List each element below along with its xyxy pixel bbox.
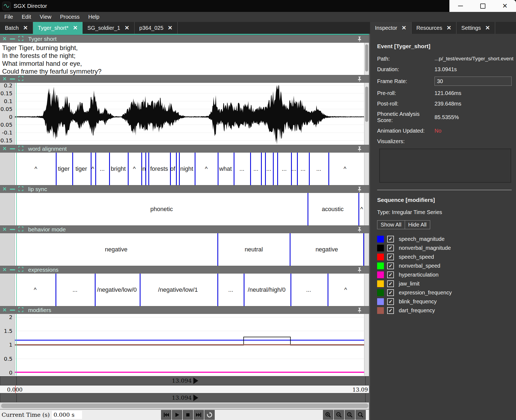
panel-maximize-icon[interactable] (18, 186, 23, 192)
panel-minimize-icon[interactable] (10, 269, 15, 270)
close-button[interactable]: ✕ (499, 1, 511, 11)
waveform-plot[interactable] (15, 83, 364, 145)
modifiers-plot[interactable] (15, 314, 364, 376)
menu-item-file[interactable]: File (0, 12, 17, 22)
text-panel-scrollbar[interactable] (364, 43, 369, 75)
segment-boundary[interactable] (265, 153, 266, 185)
segment-boundary[interactable] (234, 153, 234, 185)
panel-close-icon[interactable]: × (3, 186, 6, 192)
tab-close-icon[interactable]: ✕ (23, 25, 28, 31)
segment-boundary[interactable] (195, 153, 195, 185)
segment-boundary[interactable] (309, 153, 310, 185)
visibility-checkbox[interactable]: ✓ (387, 254, 394, 260)
menu-item-process[interactable]: Process (56, 12, 84, 22)
visibility-checkbox[interactable]: ✓ (387, 236, 394, 242)
pin-icon[interactable] (357, 227, 362, 234)
track-scrollbar[interactable] (364, 153, 369, 185)
color-swatch[interactable] (377, 298, 384, 305)
tab-tyger-short-[interactable]: Tyger_short*✕ (33, 22, 83, 34)
playhead[interactable] (16, 274, 17, 306)
segment-boundary[interactable] (308, 193, 308, 225)
segment-boundary[interactable] (297, 153, 298, 185)
visibility-checkbox[interactable]: ✓ (387, 271, 394, 278)
segment-boundary[interactable] (179, 153, 180, 185)
pin-icon[interactable] (357, 267, 362, 274)
color-swatch[interactable] (377, 254, 384, 260)
segment-boundary[interactable] (290, 274, 291, 306)
tab-resources[interactable]: Resources✕ (412, 22, 456, 34)
visibility-checkbox[interactable]: ✓ (387, 245, 394, 251)
segment-boundary[interactable] (250, 153, 251, 185)
panel-close-icon[interactable]: × (3, 35, 6, 42)
scrollbar-thumb[interactable] (365, 87, 368, 122)
segment-boundary[interactable] (217, 274, 218, 306)
segment-boundary[interactable] (328, 274, 328, 306)
loop-button[interactable] (204, 410, 215, 420)
lip-sync-track[interactable]: phoneticacoustic^ (15, 193, 364, 225)
visualizers-box[interactable] (379, 149, 511, 183)
segment-boundary[interactable] (277, 153, 278, 185)
segment-boundary[interactable] (244, 274, 244, 306)
panel-maximize-icon[interactable] (18, 307, 23, 313)
current-time-field[interactable]: 0.000 s (52, 411, 82, 419)
zoom-in-button[interactable] (323, 410, 333, 420)
hide-all-button[interactable]: Hide All (405, 220, 430, 229)
panel-maximize-icon[interactable] (18, 267, 23, 273)
segment-boundary[interactable] (109, 153, 110, 185)
segment-boundary[interactable] (128, 153, 129, 185)
pin-icon[interactable] (357, 146, 362, 153)
zoom-select-button[interactable] (355, 410, 366, 420)
tab-settings[interactable]: Settings✕ (456, 22, 495, 34)
visibility-checkbox[interactable]: ✓ (387, 298, 394, 305)
segment-boundary[interactable] (176, 153, 177, 185)
color-swatch[interactable] (377, 245, 384, 251)
segment-boundary[interactable] (218, 153, 218, 185)
zoom-fit-button[interactable] (345, 410, 355, 420)
playhead[interactable] (16, 193, 17, 225)
segment-boundary[interactable] (273, 153, 274, 185)
expressions-track[interactable]: ^.../negative/low/0/negative/low/1.../ne… (15, 274, 364, 306)
visibility-checkbox[interactable]: ✓ (387, 280, 394, 287)
menu-item-edit[interactable]: Edit (17, 12, 35, 22)
color-swatch[interactable] (377, 262, 384, 269)
segment-boundary[interactable] (55, 274, 56, 306)
color-swatch[interactable] (377, 307, 384, 314)
panel-minimize-icon[interactable] (10, 310, 15, 311)
slider-handle-icon[interactable] (193, 395, 198, 401)
visibility-checkbox[interactable]: ✓ (387, 289, 394, 296)
tab-close-icon[interactable]: ✕ (485, 25, 490, 31)
pin-icon[interactable] (357, 36, 362, 43)
playhead[interactable] (16, 233, 17, 266)
color-swatch[interactable] (377, 271, 384, 278)
segment-boundary[interactable] (95, 274, 96, 306)
panel-close-icon[interactable]: × (3, 145, 6, 152)
pin-icon[interactable] (357, 76, 362, 83)
segment-boundary[interactable] (140, 274, 141, 306)
maximize-button[interactable] (476, 1, 489, 11)
tab-close-icon[interactable]: ✕ (168, 25, 173, 31)
tab-sg-soldier-1[interactable]: SG_soldier_1✕ (83, 22, 135, 34)
color-swatch[interactable] (377, 280, 384, 287)
segment-boundary[interactable] (95, 153, 96, 185)
pin-icon[interactable] (357, 307, 362, 314)
horizontal-scrollbar[interactable] (0, 402, 370, 409)
segment-boundary[interactable] (290, 233, 290, 266)
segment-boundary[interactable] (56, 153, 57, 185)
panel-maximize-icon[interactable] (18, 227, 23, 232)
zoom-out-button[interactable] (334, 410, 344, 420)
tab-batch[interactable]: Batch✕ (0, 22, 33, 34)
segment-boundary[interactable] (148, 153, 149, 185)
skip-start-button[interactable] (161, 410, 171, 420)
panel-maximize-icon[interactable] (18, 76, 23, 82)
tab-inspector[interactable]: Inspector✕ (370, 22, 412, 34)
modifiers-track[interactable] (15, 314, 364, 376)
time-ruler[interactable]: 0.000 13.09 (0, 385, 370, 393)
timeline-slider-bottom[interactable]: 13.094 (0, 393, 370, 402)
panel-minimize-icon[interactable] (10, 38, 15, 40)
segment-boundary[interactable] (72, 153, 73, 185)
waveform-scrollbar[interactable] (364, 83, 369, 145)
panel-close-icon[interactable]: × (3, 307, 6, 313)
scrollbar-thumb[interactable] (365, 44, 368, 71)
color-swatch[interactable] (377, 289, 384, 296)
tab-close-icon[interactable]: ✕ (125, 25, 129, 31)
